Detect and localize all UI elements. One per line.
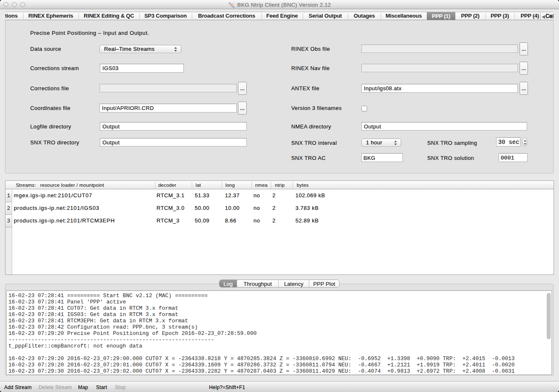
svg-text:C: C bbox=[546, 13, 550, 19]
